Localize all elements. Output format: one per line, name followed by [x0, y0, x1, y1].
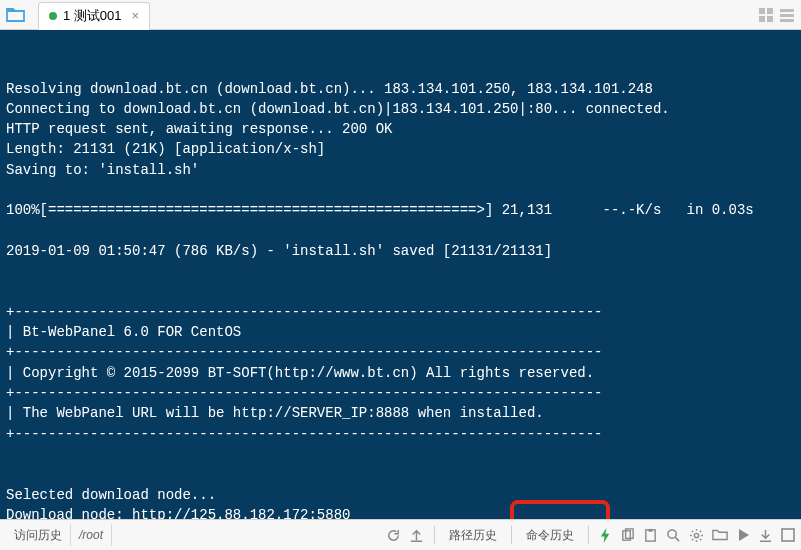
- terminal-line: 2019-01-09 01:50:47 (786 KB/s) - 'instal…: [6, 241, 795, 261]
- terminal-line: +---------------------------------------…: [6, 424, 795, 444]
- terminal-line: Resolving download.bt.cn (download.bt.cn…: [6, 79, 795, 99]
- search-icon[interactable]: [666, 528, 681, 543]
- status-dot-icon: [49, 12, 57, 20]
- terminal-line: Connecting to download.bt.cn (download.b…: [6, 99, 795, 119]
- play-icon[interactable]: [736, 528, 750, 542]
- terminal-output[interactable]: Resolving download.bt.cn (download.bt.cn…: [0, 30, 801, 519]
- terminal-line: Saving to: 'install.sh': [6, 160, 795, 180]
- status-bar: 访问历史 /root 路径历史 命令历史: [0, 519, 801, 550]
- terminal-line: [6, 444, 795, 464]
- terminal-line: [6, 282, 795, 302]
- terminal-line: HTTP request sent, awaiting response... …: [6, 119, 795, 139]
- terminal-line: | Bt-WebPanel 6.0 FOR CentOS: [6, 322, 795, 342]
- svg-point-12: [694, 533, 698, 537]
- refresh-icon[interactable]: [386, 528, 401, 543]
- terminal-line: +---------------------------------------…: [6, 342, 795, 362]
- maximize-icon[interactable]: [781, 528, 795, 542]
- download-icon[interactable]: [758, 528, 773, 543]
- svg-point-11: [668, 529, 676, 537]
- open-folder-icon[interactable]: [6, 6, 28, 24]
- svg-rect-13: [782, 529, 794, 541]
- grid-view-icon[interactable]: [758, 7, 774, 23]
- terminal-line: Length: 21131 (21K) [application/x-sh]: [6, 139, 795, 159]
- terminal-line: Selected download node...: [6, 485, 795, 505]
- svg-rect-4: [780, 9, 794, 12]
- tab-label: 1 测试001: [63, 7, 122, 25]
- terminal-line: 100%[===================================…: [6, 200, 795, 220]
- terminal-line: +---------------------------------------…: [6, 383, 795, 403]
- svg-rect-0: [759, 8, 765, 14]
- svg-rect-10: [649, 528, 653, 531]
- terminal-line: | Copyright © 2015-2099 BT-SOFT(http://w…: [6, 363, 795, 383]
- svg-rect-5: [780, 14, 794, 17]
- path-history-button[interactable]: 路径历史: [445, 527, 501, 544]
- bolt-icon[interactable]: [599, 528, 612, 543]
- terminal-line: | The WebPanel URL will be http://SERVER…: [6, 403, 795, 423]
- tab-session-1[interactable]: 1 测试001 ×: [38, 2, 150, 30]
- svg-rect-6: [780, 19, 794, 22]
- folder-icon[interactable]: [712, 528, 728, 542]
- close-icon[interactable]: ×: [132, 8, 140, 23]
- svg-rect-3: [767, 16, 773, 22]
- svg-rect-1: [767, 8, 773, 14]
- list-view-icon[interactable]: [779, 7, 795, 23]
- terminal-line: Download node: http://125.88.182.172:588…: [6, 505, 795, 519]
- gear-icon[interactable]: [689, 528, 704, 543]
- top-toolbar: 1 测试001 ×: [0, 0, 801, 30]
- terminal-line: [6, 261, 795, 281]
- terminal-line: [6, 221, 795, 241]
- copy-icon[interactable]: [620, 528, 635, 543]
- upload-icon[interactable]: [409, 528, 424, 543]
- cmd-history-button[interactable]: 命令历史: [522, 527, 578, 544]
- terminal-line: +---------------------------------------…: [6, 302, 795, 322]
- current-path[interactable]: /root: [71, 524, 112, 546]
- paste-icon[interactable]: [643, 528, 658, 543]
- terminal-line: [6, 180, 795, 200]
- visit-history-button[interactable]: 访问历史: [6, 524, 71, 546]
- terminal-line: [6, 464, 795, 484]
- svg-rect-2: [759, 16, 765, 22]
